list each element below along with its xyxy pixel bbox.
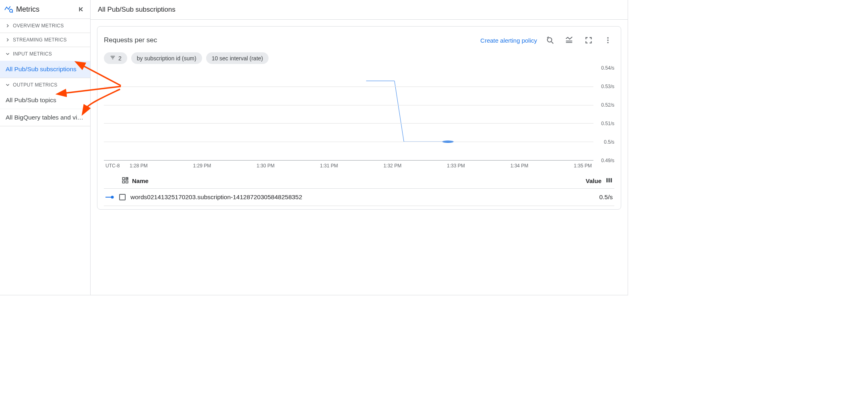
chevron-right-icon [5, 23, 10, 29]
svg-point-2 [548, 38, 552, 42]
svg-rect-16 [606, 178, 608, 183]
x-tick-label: 1:34 PM [510, 163, 529, 169]
main: All Pub/Sub subscriptions Requests per s… [91, 0, 628, 295]
fullscreen-icon[interactable] [582, 34, 595, 47]
chart-series-line [366, 81, 448, 142]
sidebar: Metrics OVERVIEW METRICSSTREAMING METRIC… [0, 0, 91, 295]
chart-y-axis: 0.54/s0.53/s0.52/s0.51/s0.5/s0.49/s [593, 68, 614, 161]
filter-chip[interactable]: 2 [104, 52, 127, 64]
y-tick-label: 0.54/s [601, 65, 614, 71]
y-tick-label: 0.52/s [601, 102, 614, 108]
columns-icon[interactable] [606, 177, 613, 185]
filter-icon [110, 54, 116, 62]
chip-label: by subscription id (sum) [137, 55, 196, 62]
svg-point-8 [607, 42, 608, 43]
sidebar-group-header[interactable]: OVERVIEW METRICS [0, 19, 90, 33]
chart-plot-area[interactable] [104, 68, 593, 161]
sidebar-group-header[interactable]: STREAMING METRICS [0, 33, 90, 47]
chart-card: Requests per sec Create alerting policy … [97, 26, 621, 210]
svg-rect-18 [611, 178, 612, 183]
chevron-down-icon [5, 51, 10, 57]
chart-title: Requests per sec [104, 36, 474, 44]
x-tick-label: 1:28 PM [130, 163, 148, 169]
svg-rect-17 [609, 178, 610, 183]
legend-value-header: Value [586, 177, 601, 184]
sidebar-item[interactable]: All Pub/Sub subscriptions [0, 61, 90, 78]
sidebar-title: Metrics [16, 5, 74, 14]
filter-chips: 2by subscription id (sum)10 sec interval… [104, 52, 614, 64]
legend-header: Name Value [104, 173, 614, 189]
sidebar-item[interactable]: All Pub/Sub topics [0, 92, 90, 109]
quilt-icon[interactable] [122, 177, 129, 185]
legend-row-name: words02141325170203.subscription-1412872… [130, 194, 302, 201]
legend-name-header: Name [132, 177, 149, 184]
chart-timezone: UTC-8 [104, 163, 128, 169]
svg-rect-15 [126, 181, 128, 183]
filter-chip[interactable]: 10 sec interval (rate) [206, 52, 269, 64]
filter-chip[interactable]: by subscription id (sum) [131, 52, 202, 64]
svg-line-1 [12, 12, 13, 12]
svg-point-0 [10, 9, 12, 12]
svg-point-20 [111, 196, 114, 199]
legend-row[interactable]: words02141325170203.subscription-1412872… [104, 189, 614, 206]
x-tick-label: 1:29 PM [193, 163, 211, 169]
x-tick-label: 1:31 PM [320, 163, 338, 169]
metrics-icon [4, 5, 13, 14]
sidebar-group-label: OVERVIEW METRICS [13, 23, 64, 29]
page-title: All Pub/Sub subscriptions [91, 0, 628, 20]
create-alerting-policy-link[interactable]: Create alerting policy [480, 37, 537, 44]
chart-x-axis: 1:28 PM1:29 PM1:30 PM1:31 PM1:32 PM1:33 … [128, 163, 593, 169]
sidebar-group-header[interactable]: INPUT METRICS [0, 47, 90, 61]
x-tick-label: 1:30 PM [256, 163, 275, 169]
sidebar-header: Metrics [0, 0, 90, 19]
sidebar-group-label: STREAMING METRICS [13, 37, 67, 43]
svg-rect-12 [122, 177, 124, 179]
x-tick-label: 1:32 PM [383, 163, 401, 169]
chip-label: 10 sec interval (rate) [212, 55, 263, 62]
sidebar-group-header[interactable]: OUTPUT METRICS [0, 78, 90, 92]
more-options-icon[interactable] [601, 34, 614, 47]
x-tick-label: 1:35 PM [574, 163, 592, 169]
chart: 0.54/s0.53/s0.52/s0.51/s0.5/s0.49/s [104, 68, 614, 161]
svg-line-3 [552, 42, 554, 44]
sidebar-group-label: INPUT METRICS [13, 51, 52, 57]
svg-point-6 [607, 37, 608, 39]
series-swatch-icon [105, 195, 114, 199]
chip-label: 2 [118, 55, 122, 62]
chevron-down-icon [5, 82, 10, 88]
legend-row-value: 0.5/s [599, 194, 613, 201]
sidebar-item[interactable]: All BigQuery tables and vie… [0, 109, 90, 126]
legend-toggle-icon[interactable] [563, 34, 576, 47]
svg-point-7 [607, 39, 608, 41]
reset-zoom-icon[interactable] [544, 34, 556, 47]
sidebar-collapse-button[interactable] [77, 5, 85, 13]
y-tick-label: 0.51/s [601, 121, 614, 126]
sidebar-group-label: OUTPUT METRICS [13, 82, 58, 88]
svg-rect-14 [122, 181, 124, 183]
y-tick-label: 0.5/s [604, 139, 614, 145]
x-tick-label: 1:33 PM [447, 163, 465, 169]
chevron-right-icon [5, 37, 10, 43]
y-tick-label: 0.53/s [601, 84, 614, 89]
y-tick-label: 0.49/s [601, 158, 614, 163]
legend-checkbox[interactable] [119, 194, 126, 200]
